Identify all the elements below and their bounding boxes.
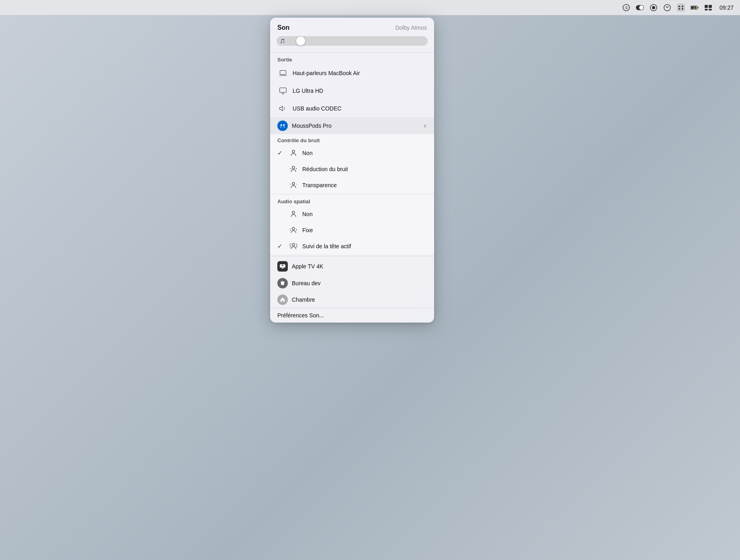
appletv-icon [277,261,288,272]
svg-rect-23 [280,70,286,74]
svg-rect-20 [709,5,712,8]
screentime-icon[interactable] [650,4,658,12]
fantastical-icon[interactable] [663,4,671,12]
spatial-fixe-icon [289,225,298,235]
svg-point-26 [281,124,282,126]
device-appletv[interactable]: Apple TV 4K [270,258,434,275]
noise-non-label: Non [302,150,427,156]
chevron-icon: ∨ [423,123,427,129]
spatial-suivi-icon [289,241,298,251]
svg-rect-24 [280,88,287,93]
spatial-audio-label: Audio spatial [270,195,434,206]
spatial-suivi-check: ✓ [277,243,289,250]
svg-marker-25 [280,106,283,111]
battery-icon[interactable]: ⚡ [691,4,699,12]
usb-label: USB audio CODEC [293,105,427,112]
audio-menu-icon[interactable] [677,4,685,12]
chambre-label: Chambre [292,296,427,303]
lastpass-icon[interactable]: ① [622,4,630,12]
device-bureau[interactable]: Bureau dev [270,275,434,292]
output-usb[interactable]: USB audio CODEC [270,100,434,117]
svg-point-5 [652,6,655,9]
svg-point-34 [292,243,295,246]
menubar-time: 09:27 [720,4,734,11]
device-chambre[interactable]: Chambre [270,292,434,308]
spatial-non-label: Non [302,211,427,217]
svg-point-32 [292,211,295,214]
svg-rect-36 [281,268,284,269]
output-mousspods[interactable]: MoussPods Pro ∨ [270,117,434,134]
panel-title: Son [277,24,289,31]
spatial-suivi-label: Suivi de la tête actif [302,243,427,249]
control-center-icon[interactable] [704,4,712,12]
laptop-icon [277,67,289,79]
mousspods-label: MoussPods Pro [292,123,423,129]
monitor-icon [277,85,289,96]
svg-rect-16 [698,6,698,8]
airpods-icon [277,121,288,131]
bureau-icon [277,278,288,288]
preferences-button[interactable]: Préférences Son... [270,308,434,323]
svg-text:⚡: ⚡ [693,6,696,9]
svg-point-33 [292,227,295,230]
menubar: ① ⚡ [0,0,740,15]
sound-panel: Son Dolby Atmos 🎵 Sortie Haut-parleurs M… [270,18,434,323]
volume-row: 🎵 [270,35,434,51]
svg-point-31 [292,182,295,185]
svg-rect-21 [705,9,708,10]
svg-rect-22 [709,9,712,10]
noise-reduction-label: Réduction du bruit [302,166,427,172]
svg-rect-37 [282,300,283,302]
person-noise-icon [289,164,298,174]
sortie-label: Sortie [270,54,434,64]
spatial-fixe-label: Fixe [302,227,427,233]
svg-point-29 [292,166,295,169]
person-transparence-icon [289,180,298,190]
divider-noise [270,194,434,194]
spatial-suivi[interactable]: ✓ Suivi de la tête actif [270,238,434,254]
bureau-label: Bureau dev [292,280,427,286]
volume-slider[interactable]: 🎵 [277,36,428,46]
noise-non-check: ✓ [277,149,289,157]
svg-text:①: ① [624,6,628,10]
transparence-label: Transparence [302,182,427,188]
divider-1 [270,52,434,53]
output-macbook[interactable]: Haut-parleurs MacBook Air [270,64,434,82]
person-icon [289,148,298,158]
spatial-non[interactable]: Non [270,206,434,222]
toggle-icon[interactable] [636,4,644,12]
svg-point-3 [639,5,644,10]
svg-point-27 [283,124,285,126]
volume-icon: 🎵 [280,39,285,44]
noise-reduction[interactable]: Réduction du bruit [270,161,434,177]
speaker-icon [277,103,289,114]
noise-non[interactable]: ✓ Non [270,145,434,161]
slider-thumb[interactable] [296,37,305,45]
spatial-fixe[interactable]: Fixe [270,222,434,238]
panel-subtitle: Dolby Atmos [395,25,427,31]
spatial-person-icon [289,209,298,219]
noise-transparence[interactable]: Transparence [270,177,434,193]
macbook-label: Haut-parleurs MacBook Air [293,70,427,76]
svg-rect-19 [705,5,708,8]
output-lg[interactable]: LG Ultra HD [270,82,434,100]
panel-header: Son Dolby Atmos [270,18,434,35]
appletv-label: Apple TV 4K [292,263,427,270]
divider-2 [270,256,434,256]
noise-control-label: Contrôle du bruit [270,134,434,145]
svg-point-28 [292,150,295,153]
lg-label: LG Ultra HD [293,88,427,94]
chambre-icon [277,294,288,305]
